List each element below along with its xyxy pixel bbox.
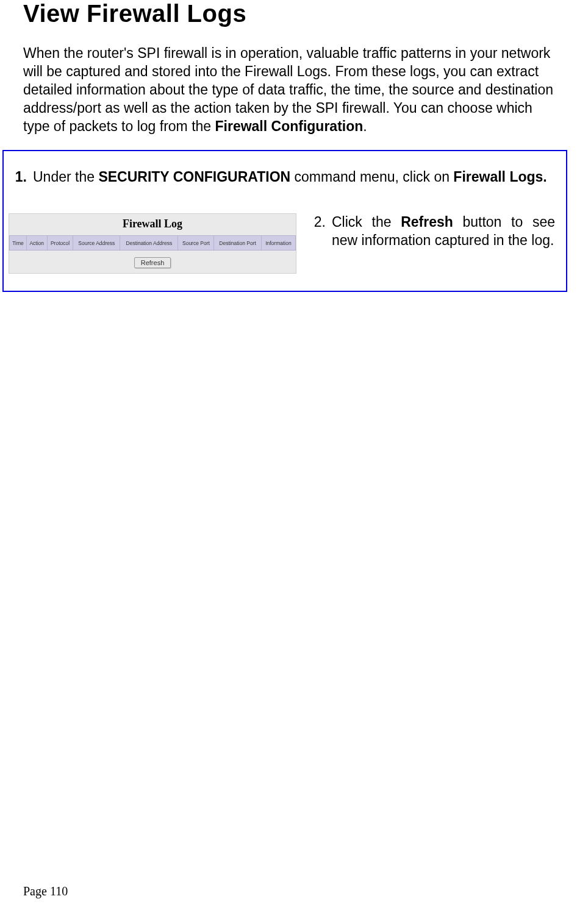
refresh-button[interactable]: Refresh — [134, 257, 171, 268]
step1-b2: Firewall Logs. — [453, 169, 547, 185]
row-2: Firewall Log Time Action Protocol Source… — [7, 213, 555, 274]
step-1: 1. Under the SECURITY CONFIGURATION comm… — [7, 168, 555, 187]
page-number: Page 110 — [23, 884, 68, 898]
step1-b1: SECURITY CONFIGURATION — [98, 169, 290, 185]
firewall-log-table: Time Action Protocol Source Address Dest… — [9, 235, 296, 251]
intro-text-after: . — [363, 118, 367, 134]
step-2: 2. Click the Refresh button to see new i… — [310, 213, 555, 250]
step1-t1: Under the — [33, 169, 98, 185]
col-source-address: Source Address — [73, 236, 120, 251]
col-destination-port: Destination Port — [214, 236, 261, 251]
step1-t2: command menu, click on — [290, 169, 453, 185]
intro-bold: Firewall Configuration — [215, 118, 364, 134]
col-information: Information — [261, 236, 295, 251]
firewall-log-panel: Firewall Log Time Action Protocol Source… — [9, 213, 296, 274]
step-2-number: 2. — [310, 213, 332, 250]
intro-paragraph: When the router's SPI firewall is in ope… — [23, 44, 554, 135]
step2-b1: Refresh — [401, 214, 453, 230]
refresh-row: Refresh — [9, 251, 296, 273]
step-1-number: 1. — [7, 168, 33, 187]
page-title: View Firewall Logs — [23, 0, 554, 27]
instruction-box: 1. Under the SECURITY CONFIGURATION comm… — [2, 150, 567, 292]
col-action: Action — [26, 236, 47, 251]
col-protocol: Protocol — [47, 236, 73, 251]
col-destination-address: Destination Address — [120, 236, 178, 251]
panel-header: Firewall Log — [9, 214, 296, 235]
col-time: Time — [10, 236, 27, 251]
step-2-text: Click the Refresh button to see new info… — [332, 213, 555, 250]
table-header-row: Time Action Protocol Source Address Dest… — [10, 236, 296, 251]
col-source-port: Source Port — [178, 236, 214, 251]
step-1-text: Under the SECURITY CONFIGURATION command… — [33, 168, 555, 187]
step2-t1: Click the — [332, 214, 401, 230]
